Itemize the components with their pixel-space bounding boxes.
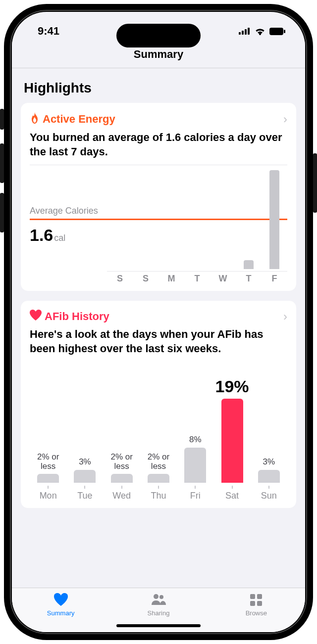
afib-pct-label: 2% or less xyxy=(110,453,132,471)
afib-bar xyxy=(258,470,280,483)
afib-bar xyxy=(221,399,243,483)
afib-day-label: Thu xyxy=(151,491,166,501)
tab-label: Browse xyxy=(246,609,267,617)
dynamic-island xyxy=(116,24,201,47)
afib-tick xyxy=(158,486,159,489)
afib-tick xyxy=(121,486,122,489)
card-title-label: Active Energy xyxy=(43,113,115,126)
afib-tick xyxy=(48,486,49,489)
afib-col: 8%Fri xyxy=(177,368,213,501)
card-afib-history[interactable]: AFib History › Here's a look at the days… xyxy=(21,301,296,508)
afib-day-label: Tue xyxy=(77,491,92,501)
afib-col: 2% or lessThu xyxy=(140,368,177,501)
afib-day-label: Mon xyxy=(40,491,57,501)
flame-icon xyxy=(30,112,40,127)
heart-fill-icon xyxy=(53,592,69,608)
ae-day-label: M xyxy=(158,271,184,284)
afib-day-label: Wed xyxy=(112,491,131,501)
active-energy-chart: Average Calories 1.6cal SSMTWTF xyxy=(30,170,287,284)
ae-day-col: M xyxy=(158,170,184,284)
svg-rect-10 xyxy=(257,594,262,599)
afib-tick xyxy=(268,486,269,489)
ae-day-label: T xyxy=(236,271,262,284)
afib-col: 2% or lessMon xyxy=(30,368,66,501)
afib-tick xyxy=(195,486,196,489)
ae-day-col: S xyxy=(133,170,158,284)
ae-day-label: S xyxy=(107,271,133,284)
svg-rect-12 xyxy=(257,601,262,606)
nav-title: Summary xyxy=(134,48,183,61)
ae-bar xyxy=(244,260,254,269)
afib-bar xyxy=(111,474,133,483)
battery-icon xyxy=(269,28,285,35)
afib-tick xyxy=(232,486,233,489)
card-description: Here's a look at the days when your AFib… xyxy=(30,327,287,356)
chevron-right-icon: › xyxy=(283,310,287,323)
content-scroll[interactable]: Highlights Active Energy › You burned an… xyxy=(12,68,305,588)
afib-bar xyxy=(148,474,169,483)
afib-tick xyxy=(84,486,85,489)
afib-pct-label: 8% xyxy=(189,435,202,445)
afib-bar xyxy=(74,470,96,483)
tab-label: Summary xyxy=(47,609,75,617)
afib-pct-label: 2% or less xyxy=(148,453,169,471)
afib-col: 3%Sun xyxy=(251,368,287,501)
afib-bar xyxy=(184,448,206,483)
card-description: You burned an average of 1.6 calories a … xyxy=(30,131,287,159)
svg-rect-3 xyxy=(248,28,250,35)
cellular-icon xyxy=(239,28,251,35)
ae-day-col: F xyxy=(262,170,287,284)
home-indicator[interactable] xyxy=(116,624,201,627)
ae-day-label: S xyxy=(133,271,158,284)
people-icon xyxy=(150,592,167,608)
section-highlights-title: Highlights xyxy=(24,80,296,96)
ae-bar xyxy=(269,170,279,269)
afib-pct-label: 3% xyxy=(263,458,275,467)
afib-col: 2% or lessWed xyxy=(104,368,140,501)
afib-day-label: Sat xyxy=(225,491,239,501)
afib-pct-label: 3% xyxy=(79,458,91,467)
ae-day-label: F xyxy=(262,271,287,284)
ae-day-label: W xyxy=(210,271,236,284)
ae-day-label: T xyxy=(184,271,210,284)
svg-rect-6 xyxy=(284,30,285,33)
heart-icon xyxy=(30,310,42,323)
afib-bar xyxy=(37,474,59,483)
ae-day-col: W xyxy=(210,170,236,284)
tab-bar: Summary Sharing Browse xyxy=(12,588,305,632)
tab-browse[interactable]: Browse xyxy=(208,592,305,632)
grid-icon xyxy=(248,592,264,608)
tab-summary[interactable]: Summary xyxy=(12,592,109,632)
afib-pct-label: 2% or less xyxy=(37,453,59,471)
afib-col: 3%Tue xyxy=(66,368,103,501)
afib-col: 19%Sat xyxy=(213,368,250,501)
afib-pct-label: 19% xyxy=(215,377,249,396)
svg-point-4 xyxy=(259,33,261,35)
svg-rect-11 xyxy=(250,601,255,606)
svg-point-7 xyxy=(154,594,158,599)
svg-rect-0 xyxy=(239,32,241,35)
ae-day-col: S xyxy=(107,170,133,284)
card-title-label: AFib History xyxy=(45,310,109,323)
svg-rect-9 xyxy=(250,594,255,599)
status-time: 9:41 xyxy=(38,25,59,38)
svg-rect-2 xyxy=(245,29,247,35)
ae-day-col: T xyxy=(236,170,262,284)
card-active-energy[interactable]: Active Energy › You burned an average of… xyxy=(21,103,296,291)
afib-day-label: Fri xyxy=(190,491,201,501)
chevron-right-icon: › xyxy=(283,112,287,126)
divider xyxy=(30,165,287,165)
ae-day-col: T xyxy=(184,170,210,284)
svg-point-8 xyxy=(159,595,163,599)
svg-rect-5 xyxy=(269,28,283,35)
svg-rect-1 xyxy=(242,31,244,35)
afib-chart: 2% or lessMon3%Tue2% or lessWed2% or les… xyxy=(30,368,287,501)
tab-label: Sharing xyxy=(148,609,170,617)
wifi-icon xyxy=(255,27,265,35)
afib-day-label: Sun xyxy=(261,491,277,501)
